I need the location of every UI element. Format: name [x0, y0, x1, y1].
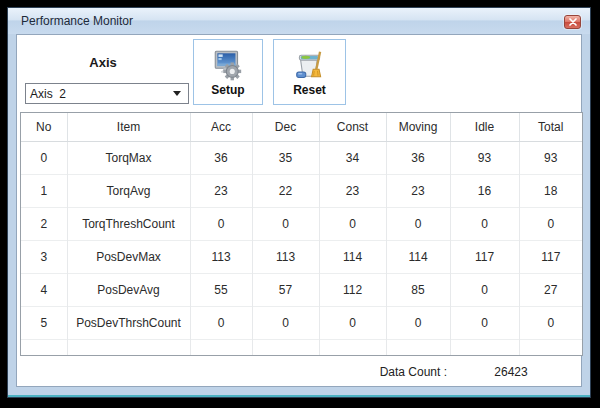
table-header-row: NoItemAccDecConstMovingIdleTotal — [21, 113, 582, 141]
table-cell: 16 — [450, 174, 519, 207]
table-cell: TorqThreshCount — [67, 207, 190, 240]
reset-bin-brush-icon — [293, 48, 327, 82]
table-row[interactable]: 5PosDevThrshCount000000 — [21, 306, 582, 339]
table-cell: 0 — [319, 306, 386, 339]
column-header-idle[interactable]: Idle — [450, 113, 519, 141]
axis-dropdown-value: Axis 2 — [26, 87, 173, 101]
table-cell: 0 — [386, 207, 450, 240]
table-cell: 113 — [190, 240, 252, 273]
table-cell: 0 — [450, 306, 519, 339]
table-cell: 117 — [519, 240, 582, 273]
table-cell: 57 — [252, 273, 319, 306]
axis-label: Axis — [17, 55, 189, 70]
reset-button[interactable]: Reset — [273, 39, 346, 105]
table-cell: 18 — [519, 174, 582, 207]
table-cell: 0 — [21, 141, 67, 174]
table-cell: PosDevThrshCount — [67, 306, 190, 339]
data-count-label: Data Count : — [380, 365, 447, 379]
column-header-item[interactable]: Item — [67, 113, 190, 141]
title-bar[interactable]: Performance Monitor — [8, 8, 590, 34]
setup-monitor-gear-icon — [211, 48, 245, 82]
table-cell: 113 — [252, 240, 319, 273]
column-header-dec[interactable]: Dec — [252, 113, 319, 141]
table-body: 0TorqMax3635343693931TorqAvg232223231618… — [21, 141, 582, 355]
table-cell: 35 — [252, 141, 319, 174]
table-cell: 93 — [450, 141, 519, 174]
table-cell: 4 — [21, 273, 67, 306]
table-cell: 0 — [319, 207, 386, 240]
table-cell: 0 — [519, 207, 582, 240]
table-row[interactable]: 3PosDevMax113113114114117117 — [21, 240, 582, 273]
table-row[interactable]: 1TorqAvg232223231618 — [21, 174, 582, 207]
performance-monitor-window: Performance Monitor Axis Axis 2 — [7, 7, 591, 398]
column-header-acc[interactable]: Acc — [190, 113, 252, 141]
table-cell: 0 — [450, 207, 519, 240]
table-cell: 23 — [386, 174, 450, 207]
column-header-no[interactable]: No — [21, 113, 67, 141]
table-row[interactable]: 0TorqMax363534369393 — [21, 141, 582, 174]
footer: Data Count : 26423 — [17, 362, 581, 382]
table-row[interactable]: 2TorqThreshCount000000 — [21, 207, 582, 240]
table-cell: 22 — [252, 174, 319, 207]
setup-button[interactable]: Setup — [193, 39, 263, 105]
axis-dropdown[interactable]: Axis 2 — [25, 83, 189, 104]
close-button[interactable] — [564, 15, 581, 29]
table-cell: 3 — [21, 240, 67, 273]
table-cell: PosDevAvg — [67, 273, 190, 306]
table-cell: 55 — [190, 273, 252, 306]
table-cell: 0 — [386, 306, 450, 339]
table-cell: TorqAvg — [67, 174, 190, 207]
table-cell: 34 — [319, 141, 386, 174]
reset-button-label: Reset — [293, 83, 326, 97]
table-cell: 36 — [386, 141, 450, 174]
table-cell: 0 — [519, 306, 582, 339]
table-cell: 85 — [386, 273, 450, 306]
table-cell: 114 — [386, 240, 450, 273]
table-cell: 112 — [319, 273, 386, 306]
table-cell: TorqMax — [67, 141, 190, 174]
column-header-const[interactable]: Const — [319, 113, 386, 141]
column-header-total[interactable]: Total — [519, 113, 582, 141]
table-cell: 0 — [450, 273, 519, 306]
empty-row — [21, 339, 582, 355]
window-title: Performance Monitor — [8, 14, 133, 28]
performance-table: NoItemAccDecConstMovingIdleTotal 0TorqMa… — [20, 112, 583, 356]
table-cell: 1 — [21, 174, 67, 207]
table-cell: 27 — [519, 273, 582, 306]
table-cell: 23 — [190, 174, 252, 207]
table-cell: 114 — [319, 240, 386, 273]
client-area: Axis Axis 2 — [16, 34, 582, 387]
column-header-moving[interactable]: Moving — [386, 113, 450, 141]
table-cell: 93 — [519, 141, 582, 174]
table-cell: 0 — [252, 306, 319, 339]
table-cell: 0 — [190, 207, 252, 240]
table-cell: 117 — [450, 240, 519, 273]
chevron-down-icon — [173, 91, 181, 96]
table-cell: 36 — [190, 141, 252, 174]
table-cell: 5 — [21, 306, 67, 339]
table-cell: PosDevMax — [67, 240, 190, 273]
close-icon — [569, 18, 577, 26]
data-count-value: 26423 — [481, 365, 541, 379]
table-cell: 0 — [190, 306, 252, 339]
table-cell: 23 — [319, 174, 386, 207]
table-cell: 0 — [252, 207, 319, 240]
table-cell: 2 — [21, 207, 67, 240]
window-bottom-accent — [8, 395, 590, 397]
setup-button-label: Setup — [211, 83, 244, 97]
table-row[interactable]: 4PosDevAvg555711285027 — [21, 273, 582, 306]
